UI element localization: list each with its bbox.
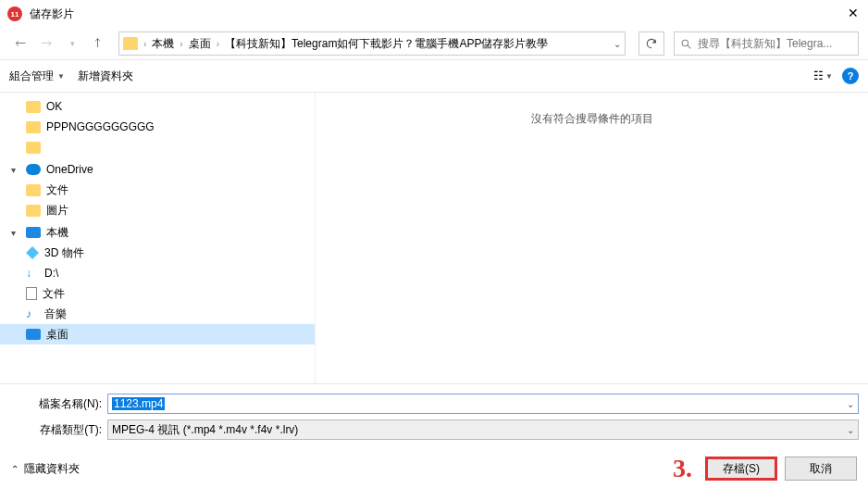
file-list: 沒有符合搜尋條件的項目: [315, 93, 868, 383]
back-button[interactable]: 🡐: [9, 32, 31, 55]
addr-dropdown[interactable]: ⌄: [614, 39, 621, 49]
tree-label: 音樂: [44, 307, 67, 322]
breadcrumb-seg[interactable]: 【科技新知】Telegram如何下載影片？電腦手機APP儲存影片教學: [225, 36, 548, 52]
filetype-value: MPEG-4 視訊 (*.mp4 *.m4v *.f4v *.lrv): [112, 422, 298, 438]
body: OKPPPNGGGGGGGGG▾OneDrive文件圖片▾本機3D 物件↓D:\…: [0, 93, 868, 383]
tree-item[interactable]: OK: [0, 96, 315, 117]
desktop-icon: [26, 329, 41, 340]
new-folder-button[interactable]: 新增資料夾: [78, 69, 133, 84]
hide-folders-toggle[interactable]: ⌃ 隱藏資料夾: [11, 461, 80, 477]
refresh-icon: [645, 37, 658, 50]
tree-label: 文件: [43, 286, 65, 302]
tree-item[interactable]: [0, 137, 315, 157]
window-title: 儲存影片: [30, 6, 74, 22]
chevron-up-icon: ⌃: [11, 464, 19, 474]
cube-icon: [26, 246, 39, 259]
search-input[interactable]: [698, 37, 852, 50]
breadcrumb-sep: ›: [217, 39, 219, 49]
folder-icon: [26, 121, 41, 133]
tree-item[interactable]: 文件: [0, 283, 315, 304]
tree-label: 本機: [46, 225, 68, 241]
tree-label: 圖片: [46, 203, 68, 219]
folder-icon: [26, 101, 41, 113]
nav-row: 🡐 🡒 ▾ 🡑 › 本機 › 桌面 › 【科技新知】Telegram如何下載影片…: [0, 28, 868, 59]
tree-item[interactable]: ↓D:\: [0, 263, 315, 283]
document-icon: [26, 287, 37, 300]
svg-line-1: [688, 45, 690, 48]
organize-menu[interactable]: 組合管理 ▼: [9, 69, 65, 84]
chevron-down-icon: ▼: [825, 72, 833, 81]
breadcrumb-sep: ›: [180, 39, 182, 49]
up-button[interactable]: 🡑: [87, 32, 109, 55]
tree-label: 3D 物件: [44, 245, 84, 261]
view-icon: ☷: [813, 69, 822, 82]
save-fields: 檔案名稱(N): 1123.mp4 ⌄ 存檔類型(T): MPEG-4 視訊 (…: [0, 383, 868, 440]
tree-label: OneDrive: [46, 163, 93, 176]
save-button[interactable]: 存檔(S): [705, 457, 777, 481]
folder-tree[interactable]: OKPPPNGGGGGGGGG▾OneDrive文件圖片▾本機3D 物件↓D:\…: [0, 93, 315, 383]
folder-icon: [26, 142, 41, 154]
search-icon: [680, 38, 692, 50]
tree-item[interactable]: 3D 物件: [0, 243, 315, 263]
chevron-down-icon: ⌄: [847, 425, 854, 435]
pc-icon: [26, 227, 41, 238]
tree-label: 文件: [46, 182, 68, 198]
tree-label: PPPNGGGGGGGGG: [46, 120, 155, 133]
folder-icon: [26, 184, 41, 196]
annotation-3: 3.: [673, 454, 692, 483]
address-bar[interactable]: › 本機 › 桌面 › 【科技新知】Telegram如何下載影片？電腦手機APP…: [118, 31, 626, 56]
footer: ⌃ 隱藏資料夾 3. 存檔(S) 取消: [0, 445, 868, 488]
breadcrumb-seg[interactable]: 桌面: [189, 36, 211, 52]
close-button[interactable]: ✕: [844, 4, 862, 22]
view-options[interactable]: ☷ ▼: [813, 69, 833, 82]
download-icon: ↓: [26, 267, 39, 280]
svg-point-0: [682, 40, 688, 46]
expand-icon[interactable]: ▾: [11, 165, 20, 175]
folder-icon: [123, 37, 138, 50]
tree-item[interactable]: PPPNGGGGGGGGG: [0, 117, 315, 137]
empty-message: 沒有符合搜尋條件的項目: [531, 111, 653, 127]
breadcrumb-sep: ›: [143, 39, 146, 49]
filetype-select[interactable]: MPEG-4 視訊 (*.mp4 *.m4v *.f4v *.lrv) ⌄: [107, 419, 859, 440]
title-bar: 11 儲存影片 ✕: [0, 0, 868, 28]
hide-label: 隱藏資料夾: [24, 461, 80, 477]
app-icon: 11: [7, 6, 22, 21]
organize-label: 組合管理: [9, 69, 54, 84]
filetype-label: 存檔類型(T):: [9, 422, 107, 438]
refresh-button[interactable]: [639, 31, 664, 56]
recent-dropdown[interactable]: ▾: [61, 32, 83, 55]
tree-label: D:\: [44, 267, 58, 280]
newfolder-label: 新增資料夾: [78, 69, 133, 84]
tree-label: 桌面: [46, 327, 68, 343]
help-button[interactable]: ?: [842, 68, 859, 84]
forward-button: 🡒: [35, 32, 57, 55]
expand-icon[interactable]: ▾: [11, 228, 20, 238]
breadcrumb-seg[interactable]: 本機: [152, 36, 174, 52]
chevron-down-icon: ▼: [57, 72, 65, 81]
filename-value: 1123.mp4: [112, 397, 165, 410]
tree-item[interactable]: ▾OneDrive: [0, 159, 315, 180]
filename-input[interactable]: 1123.mp4 ⌄: [107, 394, 859, 414]
cancel-button[interactable]: 取消: [785, 457, 857, 481]
filename-label: 檔案名稱(N):: [9, 396, 107, 412]
onedrive-icon: [26, 164, 41, 175]
tree-item[interactable]: ▾本機: [0, 222, 315, 243]
tree-label: OK: [46, 100, 62, 113]
music-icon: ♪: [26, 307, 39, 320]
tree-item[interactable]: ♪音樂: [0, 304, 315, 324]
tree-item[interactable]: 文件: [0, 180, 315, 200]
search-box[interactable]: [674, 31, 859, 56]
folder-icon: [26, 205, 41, 217]
chevron-down-icon[interactable]: ⌄: [847, 399, 854, 409]
tree-item[interactable]: 圖片: [0, 200, 315, 220]
toolbar: 組合管理 ▼ 新增資料夾 ☷ ▼ ?: [0, 59, 868, 93]
tree-item[interactable]: 桌面: [0, 324, 315, 344]
